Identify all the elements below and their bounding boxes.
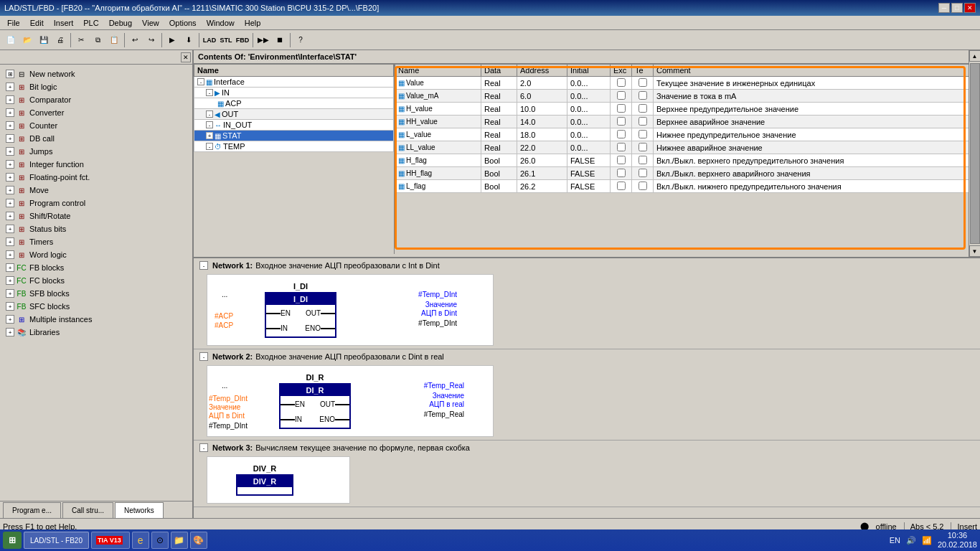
in-expand[interactable]: - (206, 89, 213, 96)
expand-word-logic[interactable]: + (6, 250, 14, 259)
tree-item-libraries[interactable]: + 📚 Libraries (0, 326, 192, 339)
interface-expand[interactable]: - (197, 78, 204, 85)
tb-open[interactable]: 📂 (19, 32, 35, 48)
tree-row-out[interactable]: - ◀ OUT (194, 109, 394, 120)
expand-fb-blocks[interactable]: + (6, 263, 14, 272)
tree-item-timers[interactable]: + ⊞ Timers (0, 235, 192, 248)
taskbar-btn-tia[interactable]: TIA V13 (91, 532, 130, 549)
expand-sfb-blocks[interactable]: + (6, 289, 14, 298)
menu-help[interactable]: Help (240, 17, 265, 29)
menu-options[interactable]: Options (165, 17, 201, 29)
expand-converter[interactable]: + (6, 108, 14, 117)
taskbar-btn-chrome[interactable]: ⊙ (151, 532, 169, 549)
tree-item-fc-blocks[interactable]: + FC FC blocks (0, 274, 192, 287)
expand-program-control[interactable]: + (6, 199, 14, 207)
tree-item-move[interactable]: + ⊞ Move (0, 184, 192, 197)
interface-row-3[interactable]: ▦ HH_value Real 14.0 0.0... Верхнее авар… (395, 116, 980, 128)
expand-fc-blocks[interactable]: + (6, 276, 14, 285)
interface-row-8[interactable]: ▦ L_flag Bool 26.2 FALSE Вкл./Выкл. нижн… (395, 180, 980, 193)
out-expand[interactable]: - (206, 110, 213, 118)
expand-float-fct[interactable]: + (6, 173, 14, 182)
tb-run[interactable]: ▶▶ (255, 32, 271, 48)
tb-download[interactable]: ⬇ (181, 32, 197, 48)
expand-status-bits[interactable]: + (6, 225, 14, 233)
menu-insert[interactable]: Insert (50, 17, 78, 29)
menu-debug[interactable]: Debug (105, 17, 136, 29)
tree-item-new-network[interactable]: ⊞ ⊟ New network (0, 67, 192, 80)
tree-item-program-control[interactable]: + ⊞ Program control (0, 197, 192, 209)
tree-item-shift-rotate[interactable]: + ⊞ Shift/Rotate (0, 209, 192, 222)
expand-timers[interactable]: + (6, 237, 14, 246)
stat-expand[interactable]: + (206, 132, 213, 139)
tb-save[interactable]: 💾 (36, 32, 52, 48)
minimize-button[interactable]: ─ (938, 3, 950, 13)
restore-button[interactable]: □ (951, 3, 963, 13)
tree-item-counter[interactable]: + ⊞ Counter (0, 119, 192, 132)
row-exc-5[interactable] (611, 141, 632, 154)
expand-comparator[interactable]: + (6, 95, 14, 104)
row-te-5[interactable] (632, 141, 654, 154)
row-exc-6[interactable] (611, 154, 632, 167)
tb-fbd[interactable]: FBD (235, 32, 250, 48)
expand-shift-rotate[interactable]: + (6, 212, 14, 220)
tree-item-converter[interactable]: + ⊞ Converter (0, 106, 192, 119)
taskbar-btn-explorer[interactable]: e (132, 532, 149, 549)
network-3-collapse[interactable]: - (199, 443, 208, 452)
tree-row-acp[interactable]: ▦ ACP (194, 98, 394, 109)
row-exc-0[interactable] (611, 77, 632, 90)
interface-row-6[interactable]: ▦ H_flag Bool 26.0 FALSE Вкл./Выкл. верх… (395, 154, 980, 167)
tb-cut[interactable]: ✂ (73, 32, 89, 48)
interface-row-2[interactable]: ▦ H_value Real 10.0 0.0... Верхнее преду… (395, 103, 980, 116)
network-1-collapse[interactable]: - (199, 261, 208, 270)
tree-item-status-bits[interactable]: + ⊞ Status bits (0, 222, 192, 235)
tab-networks[interactable]: Networks (115, 502, 164, 518)
tree-item-word-logic[interactable]: + ⊞ Word logic (0, 248, 192, 261)
tree-item-multiple-instances[interactable]: + ⊞ Multiple instances (0, 313, 192, 326)
row-exc-7[interactable] (611, 167, 632, 180)
menu-file[interactable]: File (3, 17, 24, 29)
row-exc-3[interactable] (611, 116, 632, 128)
row-te-1[interactable] (632, 90, 654, 103)
row-te-0[interactable] (632, 77, 654, 90)
menu-edit[interactable]: Edit (26, 17, 48, 29)
close-button[interactable]: ✕ (964, 3, 976, 13)
row-te-7[interactable] (632, 167, 654, 180)
tree-row-temp[interactable]: - ⏱ TEMP (194, 141, 394, 152)
tb-copy[interactable]: ⧉ (90, 32, 105, 48)
scroll-down[interactable]: ▼ (969, 245, 981, 257)
scroll-thumb[interactable] (970, 63, 980, 244)
row-exc-8[interactable] (611, 180, 632, 193)
temp-expand[interactable]: - (206, 143, 213, 150)
tree-item-jumps[interactable]: + ⊞ Jumps (0, 145, 192, 158)
tree-item-bit-logic[interactable]: + ⊞ Bit logic (0, 80, 192, 93)
tb-paste[interactable]: 📋 (106, 32, 122, 48)
row-exc-2[interactable] (611, 103, 632, 116)
expand-jumps[interactable]: + (6, 147, 14, 156)
tb-lad[interactable]: LAD (202, 32, 217, 48)
taskbar-btn-paint[interactable]: 🎨 (190, 532, 207, 549)
tb-help[interactable]: ? (293, 32, 308, 48)
interface-row-7[interactable]: ▦ HH_flag Bool 26.1 FALSE Вкл./Выкл. вер… (395, 167, 980, 180)
tab-call-structure[interactable]: Call stru... (62, 502, 113, 518)
expand-new-network[interactable]: ⊞ (6, 70, 14, 78)
expand-bit-logic[interactable]: + (6, 83, 14, 91)
expand-libraries[interactable]: + (6, 328, 14, 336)
tb-redo[interactable]: ↪ (143, 32, 159, 48)
tb-print[interactable]: 🖨 (52, 32, 68, 48)
tree-item-sfc-blocks[interactable]: + FB SFC blocks (0, 300, 192, 313)
row-te-2[interactable] (632, 103, 654, 116)
network-2-collapse[interactable]: - (199, 352, 208, 361)
row-exc-4[interactable] (611, 128, 632, 141)
tree-item-float-fct[interactable]: + ⊞ Floating-point fct. (0, 171, 192, 184)
expand-multiple-instances[interactable]: + (6, 315, 14, 324)
tree-item-db-call[interactable]: + ⊞ DB call (0, 132, 192, 145)
tree-row-in-out[interactable]: - ↔ IN_OUT (194, 120, 394, 131)
start-button[interactable]: ⊞ (3, 532, 22, 549)
tb-undo[interactable]: ↩ (127, 32, 143, 48)
tb-stl[interactable]: STL (218, 32, 234, 48)
expand-sfc-blocks[interactable]: + (6, 302, 14, 311)
taskbar-btn-folder[interactable]: 📁 (171, 532, 188, 549)
tree-row-interface[interactable]: - ▦ Interface (194, 77, 394, 88)
interface-scrollbar[interactable]: ▲ ▼ (969, 50, 980, 257)
tree-item-sfb-blocks[interactable]: + FB SFB blocks (0, 287, 192, 300)
